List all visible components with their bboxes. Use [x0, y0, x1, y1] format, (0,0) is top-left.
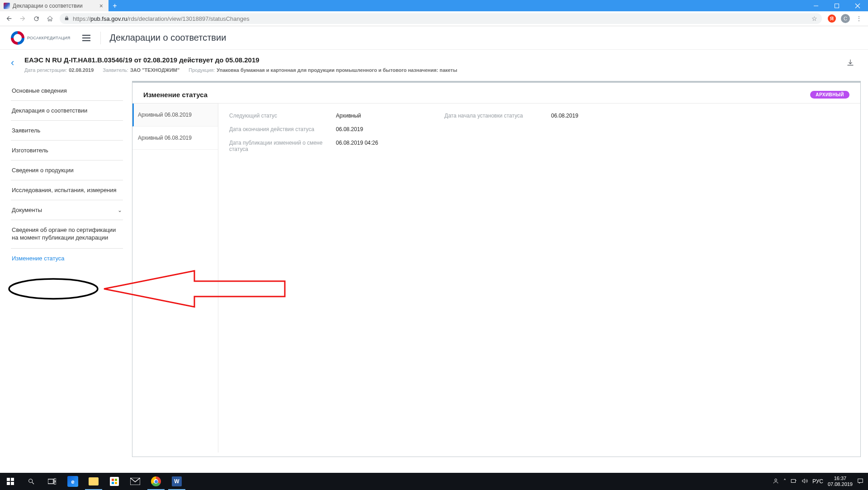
meta-product-label: Продукция: — [189, 67, 215, 73]
meta-product-value: Упаковка бумажная и картонная для продук… — [217, 67, 457, 73]
browser-toolbar: https://pub.fsa.gov.ru/rds/declaration/v… — [0, 11, 868, 26]
browser-titlebar: Декларации о соответствии × + — [0, 0, 868, 11]
browser-menu-button[interactable]: ⋮ — [853, 12, 865, 25]
tab-title: Декларации о соответствии — [13, 3, 98, 9]
svg-rect-18 — [115, 482, 117, 484]
system-tray: ˄ РУС 16:37 07.08.2019 — [768, 476, 868, 487]
taskbar-start-button[interactable] — [0, 473, 21, 490]
tray-people-icon[interactable] — [773, 478, 779, 485]
detail-start-date-label: Дата начала установки статуса — [444, 113, 551, 119]
svg-rect-6 — [7, 478, 10, 481]
detail-pub-date-label: Дата публикации изменений о смене статус… — [229, 140, 336, 152]
app-header: РОСАККРЕДИТАЦИЯ Декларации о соответстви… — [0, 26, 868, 50]
svg-rect-8 — [7, 482, 10, 485]
svg-point-10 — [29, 479, 33, 483]
back-chevron-icon[interactable]: ‹ — [11, 57, 22, 69]
svg-rect-1 — [835, 4, 839, 8]
new-tab-button[interactable]: + — [108, 0, 121, 11]
window-minimize-button[interactable] — [806, 0, 826, 11]
profile-avatar-icon[interactable]: С — [839, 12, 852, 25]
detail-end-date-label: Дата окончания действия статуса — [229, 126, 336, 132]
tray-network-icon[interactable] — [791, 478, 797, 485]
nav-forward-button[interactable] — [16, 12, 29, 25]
omnibox-url: https://pub.fsa.gov.ru/rds/declaration/v… — [73, 15, 250, 22]
svg-rect-14 — [54, 482, 56, 485]
status-history-row[interactable]: Архивный 06.08.2019 — [132, 104, 218, 127]
taskbar-app-explorer[interactable] — [83, 473, 104, 490]
sidebar-item-product-info[interactable]: Сведения о продукции — [11, 160, 123, 180]
svg-rect-21 — [791, 479, 795, 482]
svg-rect-15 — [112, 479, 114, 481]
browser-tab[interactable]: Декларации о соответствии × — [0, 0, 108, 11]
extension-yandex-icon[interactable]: Я — [826, 12, 838, 25]
detail-end-date-value: 06.08.2019 — [336, 126, 444, 132]
taskbar-app-mail[interactable] — [125, 473, 146, 490]
taskbar-app-chrome[interactable] — [146, 473, 166, 490]
svg-rect-7 — [11, 478, 14, 481]
meta-applicant-value: ЗАО "ТЕХНОДЖИМ" — [130, 67, 179, 73]
svg-rect-17 — [112, 482, 114, 484]
tray-volume-icon[interactable] — [802, 478, 808, 485]
menu-toggle-button[interactable] — [79, 30, 94, 46]
download-button[interactable] — [844, 56, 857, 72]
taskbar-search-button[interactable] — [21, 473, 42, 490]
tab-close-icon[interactable]: × — [98, 2, 105, 9]
detail-start-date-value: 06.08.2019 — [551, 113, 578, 119]
panel-heading: Изменение статуса — [143, 91, 208, 99]
bookmark-star-icon[interactable]: ☆ — [811, 15, 817, 22]
meta-regdate-label: Дата регистрации: — [24, 67, 67, 73]
status-history-row[interactable]: Архивный 06.08.2019 — [132, 127, 218, 150]
sidebar-item-status-change[interactable]: Изменение статуса — [11, 249, 123, 268]
chevron-down-icon: ⌄ — [118, 207, 122, 213]
tray-language[interactable]: РУС — [812, 478, 823, 485]
svg-rect-16 — [115, 479, 117, 481]
svg-marker-23 — [802, 479, 805, 483]
app-logo[interactable]: РОСАККРЕДИТАЦИЯ — [11, 31, 71, 45]
nav-reload-button[interactable] — [30, 12, 42, 25]
declaration-title: ЕАЭС N RU Д-IT.НА81.В.03546/19 от 02.08.… — [24, 56, 844, 64]
detail-pub-date-value: 06.08.2019 04:26 — [336, 140, 444, 152]
nav-home-button[interactable] — [43, 12, 56, 25]
omnibox[interactable]: https://pub.fsa.gov.ru/rds/declaration/v… — [60, 13, 822, 24]
divider-vertical — [100, 32, 101, 44]
declaration-header: ‹ ЕАЭС N RU Д-IT.НА81.В.03546/19 от 02.0… — [0, 50, 868, 77]
svg-point-20 — [775, 479, 777, 481]
taskbar-app-store[interactable] — [104, 473, 125, 490]
main-panel: Изменение статуса АРХИВНЫЙ Архивный 06.0… — [132, 81, 861, 457]
status-badge: АРХИВНЫЙ — [810, 91, 849, 99]
tray-notifications-icon[interactable] — [857, 478, 863, 485]
status-history-list: Архивный 06.08.2019 Архивный 06.08.2019 — [132, 104, 218, 452]
taskbar-app-edge[interactable]: e — [62, 473, 83, 490]
detail-next-status-label: Следующий статус — [229, 113, 336, 119]
sidebar-item-declaration[interactable]: Декларация о соответствии — [11, 101, 123, 121]
svg-rect-13 — [54, 478, 56, 481]
svg-rect-24 — [858, 479, 863, 482]
windows-taskbar: e W ˄ РУС 16:37 07.08.2019 — [0, 473, 868, 490]
tray-clock[interactable]: 16:37 07.08.2019 — [828, 476, 853, 487]
sidebar: Основные сведения Декларация о соответст… — [11, 81, 123, 457]
sidebar-item-manufacturer[interactable]: Изготовитель — [11, 141, 123, 160]
sidebar-item-research[interactable]: Исследования, испытания, измерения — [11, 180, 123, 200]
svg-rect-12 — [48, 479, 53, 484]
taskbar-taskview-button[interactable] — [42, 473, 62, 490]
sidebar-item-basic-info[interactable]: Основные сведения — [11, 81, 123, 101]
taskbar-app-word[interactable]: W — [166, 473, 187, 490]
sidebar-item-applicant[interactable]: Заявитель — [11, 121, 123, 141]
page-title: Декларации о соответствии — [110, 33, 226, 43]
meta-regdate-value: 02.08.2019 — [69, 67, 94, 73]
tray-chevron-up-icon[interactable]: ˄ — [783, 478, 786, 485]
svg-line-11 — [32, 482, 34, 484]
detail-next-status-value: Архивный — [336, 113, 444, 119]
nav-back-button[interactable] — [3, 12, 15, 25]
lock-icon — [64, 15, 69, 22]
sidebar-item-cert-authority[interactable]: Сведения об органе по сертификации на мо… — [11, 220, 123, 249]
sidebar-item-documents[interactable]: Документы⌄ — [11, 200, 123, 220]
logo-text: РОСАККРЕДИТАЦИЯ — [27, 36, 71, 40]
logo-mark-icon — [11, 31, 24, 45]
meta-applicant-label: Заявитель: — [103, 67, 128, 73]
favicon-icon — [4, 3, 10, 9]
window-close-button[interactable] — [847, 0, 868, 11]
svg-rect-9 — [11, 482, 14, 485]
status-details: Следующий статус Архивный Дата начала ус… — [218, 104, 860, 452]
window-maximize-button[interactable] — [826, 0, 847, 11]
